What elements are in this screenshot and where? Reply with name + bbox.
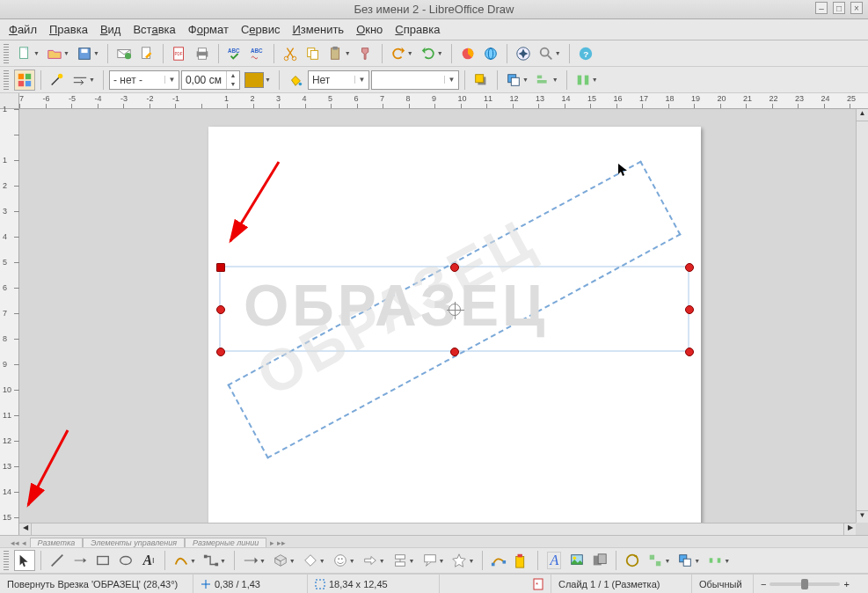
position-button[interactable]: ▼ xyxy=(675,550,703,571)
flowchart-button[interactable]: ▼ xyxy=(390,550,418,571)
standard-toolbar: ▼ ▼ ▼ PDF ABC ABC ▼ ▼ ▼ ▼ ? xyxy=(0,40,868,67)
horizontal-ruler[interactable]: -7-6-5-4-3-2-112345678910111213141516171… xyxy=(19,93,868,109)
line-width-spinner[interactable]: 0,00 см ▲▼ xyxy=(181,70,240,90)
rotate-button[interactable] xyxy=(622,550,643,571)
canvas[interactable]: ОБРАЗЕЦ ОБРАЗЕЦ xyxy=(19,109,868,535)
menu-tools[interactable]: Сервис xyxy=(236,21,286,38)
undo-button[interactable]: ▼ xyxy=(388,43,416,64)
rotation-handle-ml[interactable] xyxy=(216,305,225,314)
rotation-center[interactable] xyxy=(449,304,461,316)
from-file-button[interactable] xyxy=(566,550,587,571)
line-tool-button[interactable] xyxy=(47,550,68,571)
zoom-slider[interactable] xyxy=(770,582,840,586)
email-button[interactable] xyxy=(113,43,135,64)
toolbar-grip[interactable] xyxy=(4,551,9,570)
lines-arrows-button[interactable]: ▼ xyxy=(240,550,268,571)
help-button[interactable]: ? xyxy=(575,43,596,64)
zoom-button[interactable]: ▼ xyxy=(536,43,564,64)
paste-button[interactable]: ▼ xyxy=(325,43,354,64)
ellipse-tool-button[interactable] xyxy=(115,550,136,571)
edit-file-button[interactable] xyxy=(136,43,157,64)
cut-button[interactable] xyxy=(280,43,301,64)
rotation-handle-br[interactable] xyxy=(685,348,694,356)
spellcheck-button[interactable]: ABC xyxy=(224,43,245,64)
distribute-tool-button[interactable]: ▼ xyxy=(704,550,733,571)
navigator-button[interactable] xyxy=(513,43,534,64)
arrow-style-button[interactable]: ▼ xyxy=(69,70,98,91)
gallery-button[interactable] xyxy=(589,550,610,571)
rotation-handle-bl[interactable] xyxy=(216,348,225,356)
distribute-button[interactable]: ▼ xyxy=(573,70,601,91)
toolbar-grip[interactable] xyxy=(4,70,9,90)
menu-window[interactable]: Окно xyxy=(351,21,388,38)
edit-points-button[interactable] xyxy=(488,550,509,571)
open-button[interactable]: ▼ xyxy=(44,43,72,64)
menu-modify[interactable]: Изменить xyxy=(287,21,349,38)
svg-point-47 xyxy=(120,557,132,565)
rotation-handle-mr[interactable] xyxy=(685,305,694,314)
menu-format[interactable]: Формат xyxy=(183,21,234,38)
glue-points-button[interactable] xyxy=(511,550,532,571)
symbol-shapes-button[interactable]: ▼ xyxy=(330,550,358,571)
hyperlink-button[interactable] xyxy=(480,43,501,64)
zoom-control[interactable]: − + xyxy=(754,575,868,593)
menu-help[interactable]: Справка xyxy=(390,21,445,38)
menu-view[interactable]: Вид xyxy=(95,21,127,38)
horizontal-scrollbar[interactable]: ◀ ▶ xyxy=(19,523,856,535)
chart-button[interactable] xyxy=(457,43,478,64)
curve-tool-button[interactable]: ▼ xyxy=(171,550,199,571)
toolbar-grip[interactable] xyxy=(4,44,9,63)
tab-nav-left[interactable]: ◂◂ ◂ xyxy=(7,538,30,547)
rotation-handle-bm[interactable] xyxy=(450,348,459,356)
menu-file[interactable]: Файл xyxy=(4,21,42,38)
basic-shapes-button[interactable]: ▼ xyxy=(300,550,328,571)
export-pdf-button[interactable]: PDF xyxy=(169,43,190,64)
format-paintbrush-button[interactable] xyxy=(355,43,376,64)
alignment-button[interactable]: ▼ xyxy=(645,550,673,571)
shadow-button[interactable] xyxy=(470,70,492,91)
status-view-mode[interactable]: Обычный xyxy=(692,575,754,593)
zoom-in-icon[interactable]: + xyxy=(843,579,849,589)
line-style-combo[interactable]: - нет -▼ xyxy=(109,70,179,90)
vertical-scrollbar[interactable]: ▲ ▼ xyxy=(856,109,868,523)
select-tool-button[interactable] xyxy=(14,550,35,571)
connector-tool-button[interactable]: ▼ xyxy=(201,550,229,571)
new-document-button[interactable]: ▼ xyxy=(14,43,42,64)
layer-tab-dimlines[interactable]: Размерные линии xyxy=(185,538,266,547)
tab-nav-right[interactable]: ▸ ▸▸ xyxy=(266,538,289,547)
fontwork-button[interactable]: A xyxy=(543,550,565,571)
arrange-button[interactable]: ▼ xyxy=(503,70,531,91)
save-button[interactable]: ▼ xyxy=(74,43,102,64)
align-button[interactable]: ▼ xyxy=(533,70,561,91)
menu-insert[interactable]: Вставка xyxy=(128,21,180,38)
rectangle-tool-button[interactable] xyxy=(92,550,113,571)
block-arrows-button[interactable]: ▼ xyxy=(360,550,388,571)
stars-button[interactable]: ▼ xyxy=(449,550,477,571)
layer-tab-layout[interactable]: Разметка xyxy=(30,538,84,547)
rotation-handle-tr[interactable] xyxy=(685,263,694,272)
status-modified[interactable]: * xyxy=(440,575,551,593)
rotation-handle-tm[interactable] xyxy=(450,263,459,272)
fill-color-combo[interactable]: ▼ xyxy=(371,70,459,90)
fill-style-combo[interactable]: Нет▼ xyxy=(308,70,369,90)
status-slide[interactable]: Слайд 1 / 1 (Разметка) xyxy=(551,575,692,593)
line-endpoint-button[interactable] xyxy=(47,70,68,91)
arrow-line-tool-button[interactable] xyxy=(69,550,91,571)
window-close-button[interactable]: × xyxy=(850,2,863,14)
line-color-swatch[interactable]: ▼ xyxy=(242,70,274,91)
menu-edit[interactable]: Правка xyxy=(44,21,93,38)
window-maximize-button[interactable]: □ xyxy=(833,2,845,14)
redo-button[interactable]: ▼ xyxy=(418,43,446,64)
text-tool-button[interactable]: AI xyxy=(138,550,159,571)
formatting-button[interactable] xyxy=(14,70,35,91)
callouts-button[interactable]: ▼ xyxy=(419,550,448,571)
3d-objects-button[interactable]: ▼ xyxy=(270,550,298,571)
window-minimize-button[interactable]: – xyxy=(815,2,828,14)
print-button[interactable] xyxy=(192,43,213,64)
fill-bucket-button[interactable] xyxy=(285,70,306,91)
layer-tab-controls[interactable]: Элементы управления xyxy=(83,538,185,547)
zoom-out-icon[interactable]: − xyxy=(761,579,766,589)
rotation-handle-tl[interactable] xyxy=(216,263,225,272)
auto-spellcheck-button[interactable]: ABC xyxy=(247,43,268,64)
copy-button[interactable] xyxy=(303,43,324,64)
